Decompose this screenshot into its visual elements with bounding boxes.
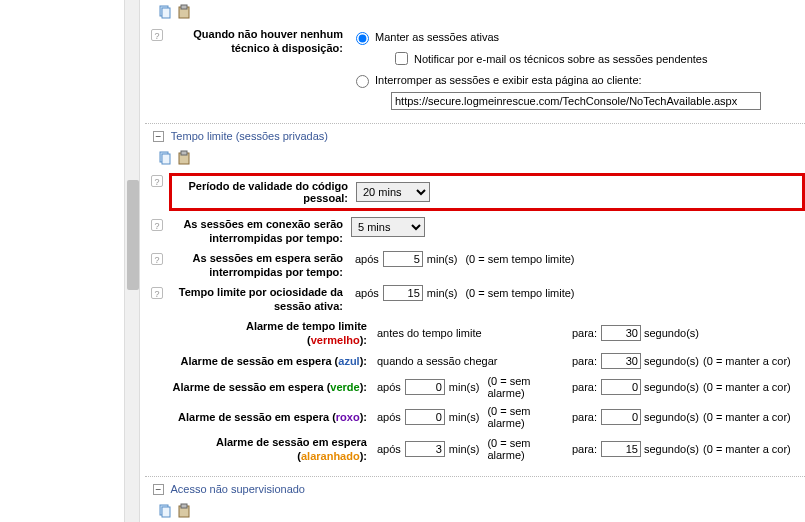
clipboard-icon[interactable] [176,503,192,519]
interrupt-sessions-label: Interromper as sessões e exibir esta pág… [375,74,642,86]
notify-email-label: Notificar por e-mail os técnicos sobre a… [414,53,707,65]
idle-timeout-label: Tempo limite por ociosidade da [179,286,343,298]
vertical-scrollbar[interactable] [124,0,140,522]
clipboard-icon[interactable] [176,150,192,166]
alarm-orange-label: Alarme de sessão em espera [216,436,367,448]
alarm-red-desc: antes do tempo limite [377,327,482,339]
alarm-orange-color: alaranhado [301,450,360,462]
alarm-green-color: verde [330,381,359,393]
pin-validity-highlight: Período de validade do código pessoal: 2… [169,173,805,211]
pin-validity-select[interactable]: 20 mins [356,182,430,202]
no-tech-url-input[interactable] [391,92,761,110]
keep-sessions-radio[interactable] [356,32,369,45]
wait-timeout-label: As sessões em espera serão [193,252,343,264]
alarm-red-para-input[interactable] [601,325,641,341]
conn-timeout-label: As sessões em conexão serão [183,218,343,230]
svg-rect-1 [162,8,170,18]
alarm-green-label: Alarme de sessão em espera ( [173,381,331,393]
help-icon[interactable]: ? [151,29,163,41]
alarm-orange-para-input[interactable] [601,441,641,457]
svg-rect-5 [162,154,170,164]
no-tech-label: Quando não houver nenhum [193,28,343,40]
help-icon[interactable]: ? [151,287,163,299]
wait-timeout-input[interactable] [383,251,423,267]
alarm-blue-label: Alarme de sessão em espera ( [181,355,339,367]
timeout-section-title: Tempo limite (sessões privadas) [171,130,328,142]
alarm-red-color: vermelho [311,334,360,346]
unattended-section-header: − Acesso não supervisionado [145,476,805,499]
collapse-icon[interactable]: − [153,131,164,142]
help-icon[interactable]: ? [151,175,163,187]
scrollbar-thumb[interactable] [127,180,139,290]
unattended-section-title: Acesso não supervisionado [170,483,305,495]
svg-rect-9 [162,507,170,517]
pages-icon[interactable] [157,503,173,519]
keep-sessions-label: Manter as sessões ativas [375,31,499,43]
alarm-green-para-input[interactable] [601,379,641,395]
alarm-green-after-input[interactable] [405,379,445,395]
svg-rect-3 [181,5,187,9]
notify-email-checkbox[interactable] [395,52,408,65]
help-icon[interactable]: ? [151,253,163,265]
conn-timeout-select[interactable]: 5 mins [351,217,425,237]
clipboard-icon[interactable] [176,4,192,20]
pin-validity-label: Período de validade do código [188,180,348,192]
alarm-blue-para-input[interactable] [601,353,641,369]
alarm-purple-para-input[interactable] [601,409,641,425]
timeout-section-header: − Tempo limite (sessões privadas) [145,123,805,146]
collapse-icon[interactable]: − [153,484,164,495]
svg-rect-11 [181,504,187,508]
idle-timeout-input[interactable] [383,285,423,301]
alarm-blue-desc: quando a sessão chegar [377,355,497,367]
alarm-blue-color: azul [338,355,359,367]
svg-rect-7 [181,151,187,155]
help-icon[interactable]: ? [151,219,163,231]
alarm-purple-label: Alarme de sessão em espera ( [178,411,336,423]
alarm-red-label: Alarme de tempo limite [246,320,367,332]
alarm-purple-color: roxo [336,411,360,423]
pages-icon[interactable] [157,4,173,20]
alarm-orange-after-input[interactable] [405,441,445,457]
interrupt-sessions-radio[interactable] [356,75,369,88]
pages-icon[interactable] [157,150,173,166]
alarm-purple-after-input[interactable] [405,409,445,425]
